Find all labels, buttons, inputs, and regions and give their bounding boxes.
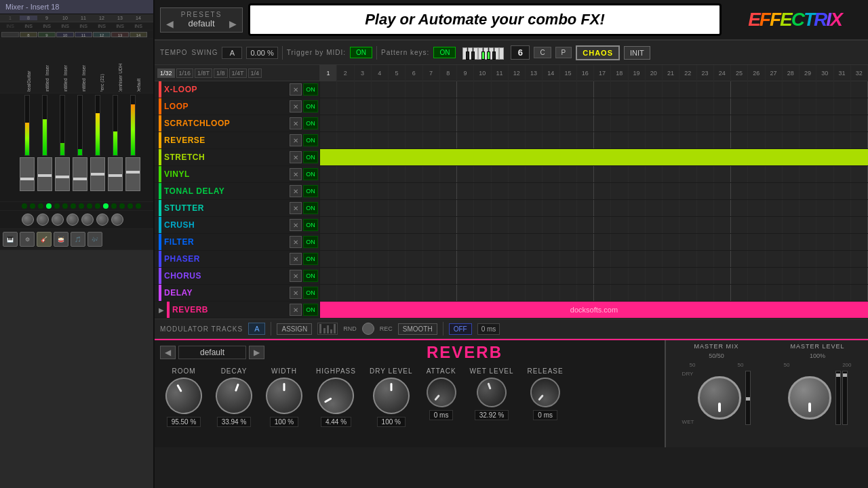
step-cell[interactable] xyxy=(423,166,440,182)
step-cell[interactable] xyxy=(406,81,422,98)
step-cell[interactable] xyxy=(731,98,748,115)
step-cell[interactable] xyxy=(509,115,526,131)
step-cell[interactable] xyxy=(509,285,526,301)
step-cell[interactable] xyxy=(423,251,440,267)
step-cell[interactable] xyxy=(697,285,714,301)
step-cell[interactable] xyxy=(389,200,406,216)
step-cell[interactable] xyxy=(457,285,474,301)
step-cell[interactable] xyxy=(457,251,474,267)
effect-x-phaser[interactable]: ✕ xyxy=(290,253,302,265)
step-cell[interactable] xyxy=(714,285,731,301)
step-cell[interactable] xyxy=(611,81,628,98)
step-cell[interactable] xyxy=(372,132,389,148)
step-cell[interactable] xyxy=(389,183,406,199)
step-cell[interactable] xyxy=(337,200,354,216)
step-cell[interactable] xyxy=(800,234,816,250)
step-cell[interactable] xyxy=(679,234,696,250)
step-cell[interactable] xyxy=(766,268,783,284)
step-cell[interactable] xyxy=(629,268,646,284)
step-cell[interactable] xyxy=(783,115,800,131)
effect-on-vinyl[interactable]: ON xyxy=(303,168,318,180)
step-cell[interactable] xyxy=(679,98,696,115)
step-cell[interactable] xyxy=(389,81,406,98)
step-cell[interactable] xyxy=(697,251,714,267)
step-cell[interactable] xyxy=(492,115,509,131)
step-cell[interactable] xyxy=(594,115,611,131)
effect-x-reverb[interactable]: ✕ xyxy=(290,304,302,316)
step-cell[interactable] xyxy=(663,251,679,267)
effect-on-chorus[interactable]: ON xyxy=(303,270,318,282)
step-cell[interactable] xyxy=(731,166,748,182)
step-cell[interactable] xyxy=(474,183,491,199)
step-cell[interactable] xyxy=(766,200,783,216)
step-cell[interactable] xyxy=(611,200,628,216)
step-cell[interactable] xyxy=(731,268,748,284)
step-cell[interactable] xyxy=(748,166,765,182)
knob-decay[interactable] xyxy=(210,372,257,419)
effect-on-reverse[interactable]: ON xyxy=(303,134,318,146)
step-cell[interactable] xyxy=(389,115,406,131)
step-cell[interactable] xyxy=(320,132,337,148)
step-cell[interactable] xyxy=(748,132,765,148)
step-cell[interactable] xyxy=(834,81,851,98)
step-cell[interactable] xyxy=(474,234,491,250)
step-cell[interactable] xyxy=(320,183,337,199)
step-cell[interactable] xyxy=(800,183,816,199)
effect-on-phaser[interactable]: ON xyxy=(303,253,318,265)
step-cell[interactable] xyxy=(526,200,542,216)
knob-release[interactable] xyxy=(524,371,566,413)
swing-value[interactable]: A xyxy=(222,47,242,59)
step-cell[interactable] xyxy=(372,98,389,115)
step-cell[interactable] xyxy=(320,166,337,182)
step-cell[interactable] xyxy=(526,285,542,301)
step-cell[interactable] xyxy=(509,183,526,199)
step-cell[interactable] xyxy=(560,115,577,131)
step-cell[interactable] xyxy=(389,132,406,148)
step-cell[interactable] xyxy=(492,98,509,115)
step-cell[interactable] xyxy=(423,98,440,115)
step-cell[interactable] xyxy=(389,98,406,115)
step-cell[interactable] xyxy=(748,285,765,301)
step-cell[interactable] xyxy=(474,200,491,216)
step-cell[interactable] xyxy=(851,115,868,131)
step-cell[interactable] xyxy=(457,98,474,115)
step-cell[interactable] xyxy=(372,115,389,131)
step-cell[interactable] xyxy=(389,234,406,250)
step-cell[interactable] xyxy=(714,166,731,182)
step-cell[interactable] xyxy=(851,98,868,115)
step-cell[interactable] xyxy=(629,251,646,267)
step-cell[interactable] xyxy=(423,234,440,250)
step-cell[interactable] xyxy=(526,217,542,233)
step-cell[interactable] xyxy=(440,132,457,148)
modulator-track[interactable]: A xyxy=(248,323,265,335)
step-cell[interactable] xyxy=(783,183,800,199)
percent-value[interactable]: 0.00 % xyxy=(246,47,277,59)
step-cell[interactable] xyxy=(320,251,337,267)
step-cell[interactable] xyxy=(372,251,389,267)
step-cell[interactable] xyxy=(474,251,491,267)
step-cell[interactable] xyxy=(406,285,422,301)
rec-button[interactable] xyxy=(362,323,374,335)
step-cell[interactable] xyxy=(526,132,542,148)
step-cell[interactable] xyxy=(714,268,731,284)
step-cell[interactable] xyxy=(542,217,559,233)
fx-preset-prev[interactable]: ◀ xyxy=(160,346,176,359)
step-cell[interactable] xyxy=(800,200,816,216)
effect-on-delay[interactable]: ON xyxy=(303,287,318,299)
step-cell[interactable] xyxy=(337,81,354,98)
step-cell[interactable] xyxy=(800,268,816,284)
step-cell[interactable] xyxy=(834,115,851,131)
step-cell[interactable] xyxy=(406,183,422,199)
step-cell[interactable] xyxy=(372,183,389,199)
step-cell[interactable] xyxy=(355,268,372,284)
step-cell[interactable] xyxy=(766,98,783,115)
step-cell[interactable] xyxy=(611,251,628,267)
step-cell[interactable] xyxy=(457,183,474,199)
step-cell[interactable] xyxy=(355,217,372,233)
step-cell[interactable] xyxy=(714,251,731,267)
step-cell[interactable] xyxy=(474,98,491,115)
step-cell[interactable] xyxy=(337,268,354,284)
step-cell[interactable] xyxy=(646,183,663,199)
step-cell[interactable] xyxy=(406,217,422,233)
effect-on-scratchloop[interactable]: ON xyxy=(303,117,318,129)
